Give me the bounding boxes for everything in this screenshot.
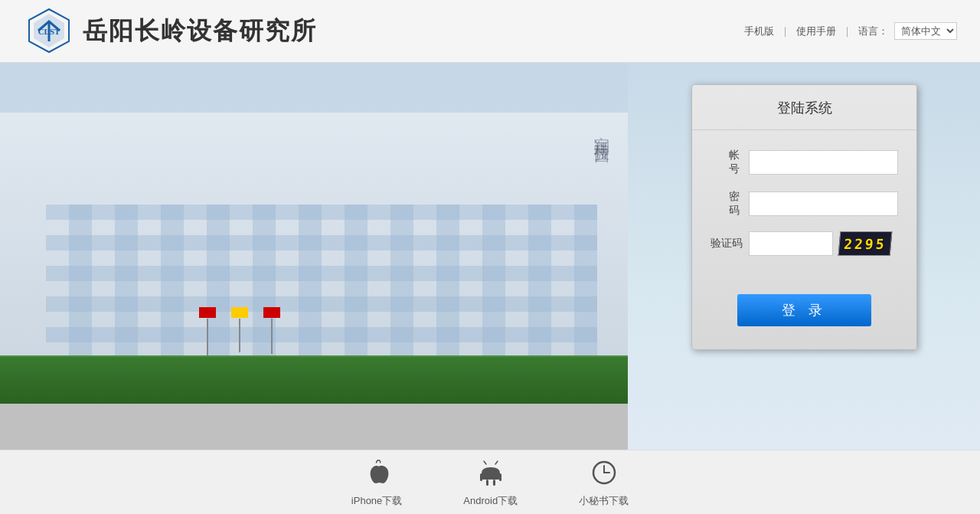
svg-rect-7 bbox=[499, 473, 501, 481]
logo-title: 岳阳长岭设备研究所 bbox=[83, 15, 317, 48]
building-text: 宇翔科技园 bbox=[592, 124, 612, 139]
logo-area: CLST 岳阳长岭设备研究所 bbox=[23, 8, 317, 55]
lang-label: 语言： bbox=[858, 25, 888, 38]
captcha-input[interactable] bbox=[749, 231, 833, 256]
captcha-row: 验证码 2295 bbox=[710, 231, 898, 256]
login-button[interactable]: 登 录 bbox=[737, 294, 871, 326]
login-title: 登陆系统 bbox=[692, 85, 916, 130]
secretary-download-label: 小秘书下载 bbox=[579, 494, 629, 508]
flags-area bbox=[199, 307, 280, 355]
logo-icon: CLST bbox=[23, 8, 75, 55]
captcha-label: 验证码 bbox=[710, 237, 743, 250]
iphone-download-link[interactable]: iPhone下载 bbox=[351, 460, 402, 508]
account-row: 帐 号 bbox=[710, 149, 898, 176]
svg-line-11 bbox=[495, 461, 498, 464]
mobile-version-link[interactable]: 手机版 bbox=[744, 25, 774, 38]
svg-rect-9 bbox=[493, 480, 495, 486]
svg-rect-8 bbox=[486, 480, 488, 486]
nav-sep-2: ｜ bbox=[842, 25, 852, 38]
clock-icon bbox=[591, 460, 617, 489]
android-download-label: Android下载 bbox=[463, 494, 518, 508]
header: CLST 岳阳长岭设备研究所 手机版 ｜ 使用手册 ｜ 语言： 简体中文 Eng… bbox=[0, 0, 980, 63]
svg-line-10 bbox=[484, 461, 486, 464]
password-row: 密 码 bbox=[710, 190, 898, 218]
android-icon bbox=[478, 460, 504, 489]
nav-sep-1: ｜ bbox=[780, 25, 790, 38]
iphone-download-label: iPhone下载 bbox=[351, 494, 402, 508]
captcha-image[interactable]: 2295 bbox=[838, 231, 893, 256]
download-section: iPhone下载 Android下载 bbox=[0, 450, 980, 514]
account-input[interactable] bbox=[749, 150, 898, 175]
captcha-input-group: 2295 bbox=[749, 231, 891, 256]
header-nav: 手机版 ｜ 使用手册 ｜ 语言： 简体中文 English bbox=[744, 22, 957, 40]
footer-area: iPhone下载 Android下载 bbox=[0, 450, 980, 514]
password-label: 密 码 bbox=[710, 190, 743, 218]
android-download-link[interactable]: Android下载 bbox=[463, 460, 518, 508]
svg-rect-6 bbox=[480, 473, 482, 481]
login-button-wrap: 登 录 bbox=[692, 294, 916, 326]
manual-link[interactable]: 使用手册 bbox=[796, 25, 836, 38]
account-label: 帐 号 bbox=[710, 149, 743, 176]
apple-icon bbox=[364, 460, 390, 489]
password-input[interactable] bbox=[749, 192, 898, 216]
secretary-download-link[interactable]: 小秘书下载 bbox=[579, 460, 629, 508]
login-form: 帐 号 密 码 验证码 2295 bbox=[692, 130, 916, 277]
login-panel: 登陆系统 帐 号 密 码 验证码 2295 登 录 bbox=[691, 84, 917, 350]
language-select[interactable]: 简体中文 English bbox=[894, 22, 957, 40]
hero-section: 宇翔科技园 登陆系统 帐 号 密 码 验证码 2295 bbox=[0, 63, 980, 450]
